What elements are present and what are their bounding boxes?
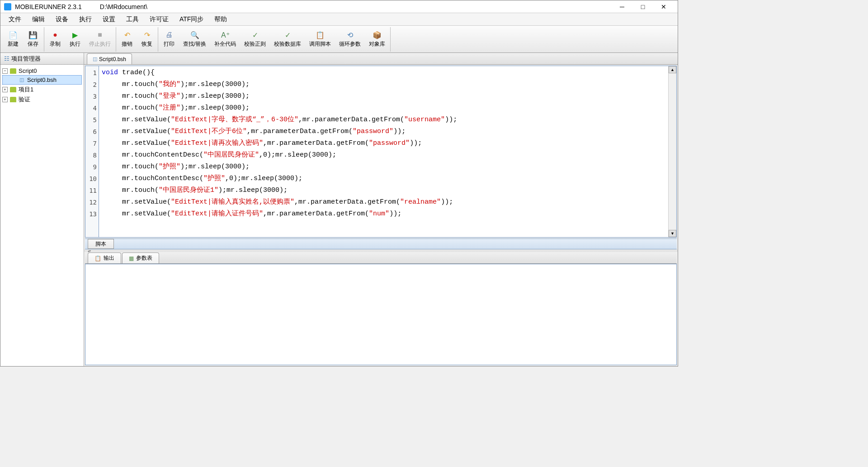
toolbar-icon: 💾 — [28, 30, 38, 39]
tree-node[interactable]: +项目1 — [2, 85, 82, 95]
toolbar-button[interactable]: ⟲循环参数 — [335, 28, 365, 51]
code-editor[interactable]: 12345678910111213 void trade(){ mr.touch… — [85, 66, 677, 238]
close-button[interactable]: ✕ — [653, 0, 674, 13]
line-number: 5 — [85, 114, 97, 126]
android-icon — [9, 86, 17, 93]
toolbar-button[interactable]: 🔍查找/替换 — [179, 28, 210, 51]
code-line[interactable]: mr.setValue("EditText|请输入真实姓名,以便购票",mr.p… — [102, 196, 665, 208]
menu-item[interactable]: 执行 — [74, 14, 97, 25]
code-line[interactable]: mr.touch("登录");mr.sleep(3000); — [102, 91, 665, 102]
toolbar-button[interactable]: ✓校验数据库 — [270, 28, 305, 51]
maximize-button[interactable]: □ — [632, 0, 653, 13]
code-line[interactable]: mr.setValue("EditText|字母、数字或“_”，6-30位",m… — [102, 114, 665, 126]
menu-item[interactable]: 帮助 — [209, 14, 232, 25]
toolbar-label: 撤销 — [122, 40, 132, 48]
tab-icon: 📋 — [94, 255, 101, 262]
toolbar-icon: 📦 — [373, 30, 382, 39]
tree-label: Script0.bsh — [27, 76, 57, 83]
expand-icon[interactable]: + — [2, 97, 8, 102]
sidebar: ☷ 项目管理器 −Script0◫Script0.bsh+项目1+验证 — [0, 53, 84, 366]
code-line[interactable]: mr.setValue("EditText|不少于6位",mr.paramete… — [102, 126, 665, 138]
expand-icon[interactable]: + — [2, 87, 8, 92]
tree-node[interactable]: +验证 — [2, 95, 82, 105]
toolbar-group: 🖨打印🔍查找/替换A⁺补全代码✓校验正则✓校验数据库📋调用脚本⟲循环参数📦对象库 — [158, 27, 391, 52]
menu-item[interactable]: 文件 — [3, 14, 27, 25]
toolbar-button[interactable]: A⁺补全代码 — [210, 28, 240, 51]
tree-node[interactable]: −Script0 — [2, 67, 82, 75]
toolbar-icon: ↶ — [123, 30, 132, 39]
menu-item[interactable]: 设置 — [97, 14, 121, 25]
editor-tab[interactable]: ◫ Script0.bsh — [87, 53, 132, 64]
toolbar-icon: ● — [51, 30, 60, 39]
line-number: 8 — [85, 149, 97, 161]
toolbar-button[interactable]: 📄新建 — [3, 28, 23, 51]
menu-item[interactable]: ATF同步 — [174, 14, 209, 25]
tree-icon: ☷ — [4, 55, 9, 62]
code-line[interactable]: mr.setValue("EditText|请输入证件号码",mr.parame… — [102, 208, 665, 220]
toolbar-icon: ✓ — [250, 30, 259, 39]
toolbar-label: 执行 — [70, 40, 80, 48]
toolbar-label: 打印 — [164, 40, 175, 48]
toolbar-label: 新建 — [8, 40, 19, 48]
menu-item[interactable]: 许可证 — [144, 14, 174, 25]
code-line[interactable]: mr.touch("注册");mr.sleep(3000); — [102, 102, 665, 114]
toolbar-button[interactable]: ▶执行 — [65, 28, 85, 51]
toolbar: 📄新建💾保存●录制▶执行■停止执行↶撤销↷恢复🖨打印🔍查找/替换A⁺补全代码✓校… — [0, 26, 678, 53]
toolbar-button[interactable]: 📦对象库 — [365, 28, 389, 51]
minimize-button[interactable]: ─ — [612, 0, 632, 13]
scroll-up-icon[interactable]: ▲ — [669, 66, 676, 73]
toolbar-icon: ↷ — [142, 30, 151, 39]
tree-label: 验证 — [19, 95, 30, 104]
script-tab-label: 脚本 — [95, 240, 106, 248]
toolbar-button[interactable]: 📋调用脚本 — [305, 28, 335, 51]
tree-node[interactable]: ◫Script0.bsh — [2, 75, 82, 85]
editor-area: ◫ Script0.bsh 12345678910111213 void tra… — [84, 53, 678, 366]
toolbar-button[interactable]: ●录制 — [45, 28, 65, 51]
vertical-scrollbar[interactable]: ▲ ▼ — [668, 66, 676, 237]
output-tab[interactable]: ▦参数表 — [122, 253, 159, 263]
code-content[interactable]: void trade(){ mr.touch("我的");mr.sleep(30… — [99, 66, 668, 237]
toolbar-button[interactable]: 🖨打印 — [159, 28, 179, 51]
toolbar-button[interactable]: ✓校验正则 — [240, 28, 270, 51]
tab-label: 输出 — [104, 254, 114, 262]
toolbar-icon: 🔍 — [190, 30, 199, 39]
editor-tabs: ◫ Script0.bsh — [84, 53, 678, 65]
script-tab[interactable]: 脚本 — [88, 239, 114, 249]
toolbar-button[interactable]: 💾保存 — [23, 28, 43, 51]
collapse-icon[interactable]: − — [2, 68, 8, 74]
toolbar-label: 查找/替换 — [183, 40, 206, 48]
code-line[interactable]: void trade(){ — [102, 67, 665, 79]
code-line[interactable]: mr.touch("我的");mr.sleep(3000); — [102, 79, 665, 91]
menu-item[interactable]: 设备 — [50, 14, 74, 25]
toolbar-label: 校验数据库 — [274, 40, 301, 48]
line-number: 7 — [85, 138, 97, 149]
toolbar-label: 调用脚本 — [309, 40, 331, 48]
line-number: 6 — [85, 126, 97, 138]
editor-tab-label: Script0.bsh — [99, 56, 126, 62]
line-number: 12 — [85, 196, 97, 208]
toolbar-icon: 📋 — [316, 30, 325, 39]
toolbar-button: ■停止执行 — [85, 28, 115, 51]
line-number: 10 — [85, 173, 97, 185]
menu-item[interactable]: 工具 — [121, 14, 144, 25]
toolbar-button[interactable]: ↷恢复 — [137, 28, 157, 51]
main-window: MOBILERUNNER 2.3.1 D:\MRdocument\ ─ □ ✕ … — [0, 0, 678, 367]
code-line[interactable]: mr.touchContentDesc("护照",0);mr.sleep(300… — [102, 173, 665, 185]
code-line[interactable]: mr.setValue("EditText|请再次输入密码",mr.parame… — [102, 138, 665, 149]
project-explorer-header: ☷ 项目管理器 — [0, 53, 84, 65]
project-explorer-label: 项目管理器 — [11, 55, 41, 63]
menu-item[interactable]: 编辑 — [27, 14, 50, 25]
project-tree[interactable]: −Script0◫Script0.bsh+项目1+验证 — [0, 65, 84, 366]
editor-split: 12345678910111213 void trade(){ mr.touch… — [84, 65, 678, 366]
output-tab[interactable]: 📋输出 — [88, 253, 121, 263]
toolbar-icon: ✓ — [283, 30, 292, 39]
menubar: 文件编辑设备执行设置工具许可证ATF同步帮助 — [0, 13, 678, 26]
editor-bottom-tabs: 脚本 — [85, 238, 677, 249]
window-controls: ─ □ ✕ — [612, 0, 674, 13]
toolbar-button[interactable]: ↶撤销 — [117, 28, 137, 51]
code-line[interactable]: mr.touch("护照");mr.sleep(3000); — [102, 161, 665, 173]
code-line[interactable]: mr.touchContentDesc("中国居民身份证",0);mr.slee… — [102, 149, 665, 161]
toolbar-label: 录制 — [50, 40, 61, 48]
code-line[interactable]: mr.touch("中国居民身份证1");mr.sleep(3000); — [102, 185, 665, 196]
scroll-down-icon[interactable]: ▼ — [669, 230, 676, 237]
